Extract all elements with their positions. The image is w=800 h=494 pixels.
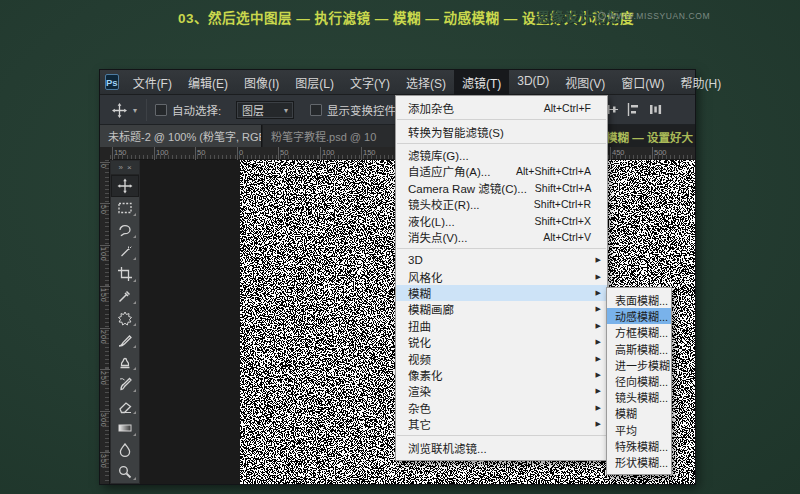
ruler-tick	[100, 452, 110, 453]
filter-menu-item-stylize[interactable]: 风格化▶	[396, 269, 607, 285]
ruler-tick	[100, 286, 110, 287]
ruler-number: 50	[280, 148, 288, 157]
blur-submenu-item-smart-blur[interactable]: 特殊模糊...	[607, 438, 671, 454]
ruler-tick	[154, 147, 155, 160]
filter-menu-item-add-noise[interactable]: 添加杂色Alt+Ctrl+F	[396, 100, 607, 116]
filter-menu-item-other[interactable]: 其它▶	[396, 416, 607, 432]
filter-menu-item-vanishing-point[interactable]: 消失点(V)...Alt+Ctrl+V	[396, 229, 607, 245]
menu-item-label: 高斯模糊...	[615, 341, 668, 357]
filter-menu-item-video[interactable]: 视频▶	[396, 350, 607, 366]
blur-submenu-item-shape-blur[interactable]: 形状模糊...	[607, 454, 671, 470]
filter-menu-item-blur[interactable]: 模糊▶	[396, 285, 607, 301]
blur-tool[interactable]	[111, 439, 139, 461]
ruler-number: 0	[100, 164, 107, 169]
vertical-ruler[interactable]: 050100150200250300350	[100, 160, 110, 484]
blur-submenu-item-blur-more[interactable]: 进一步模糊	[607, 357, 671, 373]
watermark-url: WWW.MISSYUAN.COM	[598, 11, 710, 21]
filter-menu-item-camera-raw-filter[interactable]: Camera Raw 滤镜(C)...Shift+Ctrl+A	[396, 180, 607, 196]
filter-menu-item-filter-gallery[interactable]: 滤镜库(G)...	[396, 147, 607, 163]
menu-item-label: 添加杂色	[408, 100, 536, 116]
show-transform-label: 显示变换控件	[327, 102, 396, 118]
filter-menu-item-noise[interactable]: 杂色▶	[396, 400, 607, 416]
move-tool[interactable]	[111, 175, 139, 197]
ruler-tick	[100, 162, 110, 163]
menubar-item-image[interactable]: 图像(I)	[236, 70, 287, 95]
healing-brush-tool[interactable]	[111, 307, 139, 329]
menu-item-label: 模糊画廊	[408, 301, 593, 317]
rectangular-marquee-tool-icon	[117, 200, 133, 216]
menubar-item-layer[interactable]: 图层(L)	[287, 70, 342, 95]
menubar-item-edit[interactable]: 编辑(E)	[180, 70, 236, 95]
filter-menu-item-distort[interactable]: 扭曲▶	[396, 318, 607, 334]
quick-selection-tool[interactable]	[111, 241, 139, 263]
menu-item-label: 表面模糊...	[615, 292, 668, 308]
brush-tool[interactable]	[111, 329, 139, 351]
filter-menu-item-pixelate[interactable]: 像素化▶	[396, 367, 607, 383]
ruler-tick	[100, 203, 110, 204]
menu-item-label: 模糊	[408, 285, 593, 301]
checkbox-icon	[310, 104, 322, 116]
tab-untitled-2[interactable]: 未标题-2 @ 100% (粉笔字, RGB/8... ×	[100, 125, 262, 147]
ruler-tick	[237, 147, 238, 160]
filter-menu-item-render[interactable]: 渲染▶	[396, 383, 607, 399]
dodge-tool[interactable]	[111, 461, 139, 483]
menu-separator	[397, 119, 606, 120]
menubar-item-window[interactable]: 窗口(W)	[613, 70, 672, 95]
submenu-arrow-icon: ▶	[593, 371, 601, 379]
blur-submenu-item-average[interactable]: 平均	[607, 422, 671, 438]
blur-submenu-item-gaussian-blur[interactable]: 高斯模糊...	[607, 341, 671, 357]
close-panel-icon[interactable]: ×	[127, 163, 132, 172]
menubar-item-3d[interactable]: 3D(D)	[509, 70, 557, 95]
menu-item-label: 滤镜库(G)...	[408, 147, 601, 163]
menu-item-label: 像素化	[408, 367, 593, 383]
auto-select-checkbox[interactable]: 自动选择:	[155, 95, 221, 125]
filter-menu-item-sharpen[interactable]: 锐化▶	[396, 334, 607, 350]
ruler-corner	[100, 147, 110, 160]
menu-item-shortcut: Shift+Ctrl+A	[535, 182, 592, 194]
filter-menu-item-liquify[interactable]: 液化(L)...Shift+Ctrl+X	[396, 212, 607, 228]
tab-chalk-tutorial[interactable]: 粉笔字教程.psd @ 10	[263, 125, 403, 147]
gradient-tool-icon	[117, 420, 133, 436]
filter-menu-item-adaptive-wide-angle[interactable]: 自适应广角(A)...Alt+Shift+Ctrl+A	[396, 163, 607, 179]
menu-item-label: 镜头模糊...	[615, 389, 668, 405]
filter-menu-item-lens-correction[interactable]: 镜头校正(R)...Shift+Ctrl+R	[396, 196, 607, 212]
blur-submenu-item-box-blur[interactable]: 方框模糊...	[607, 324, 671, 340]
lasso-tool[interactable]	[111, 219, 139, 241]
menubar-item-select[interactable]: 选择(S)	[398, 70, 454, 95]
blur-submenu-item-motion-blur[interactable]: 动感模糊...	[607, 308, 671, 324]
healing-brush-tool-icon	[117, 310, 133, 326]
history-brush-tool-icon	[117, 376, 133, 392]
eraser-tool[interactable]	[111, 395, 139, 417]
menubar-item-view[interactable]: 视图(V)	[557, 70, 613, 95]
show-transform-controls-checkbox[interactable]: 显示变换控件	[310, 95, 396, 125]
filter-menu-item-convert-smart-filters[interactable]: 转换为智能滤镜(S)	[396, 123, 607, 139]
auto-select-target-dropdown[interactable]: 图层 ▾	[236, 95, 294, 125]
menubar-item-help[interactable]: 帮助(H)	[673, 70, 730, 95]
menubar-item-file[interactable]: 文件(F)	[125, 70, 180, 95]
blur-submenu-item-radial-blur[interactable]: 径向模糊...	[607, 373, 671, 389]
tool-preset-picker[interactable]: ▾	[112, 95, 137, 125]
gradient-tool[interactable]	[111, 417, 139, 439]
menubar-item-filter[interactable]: 滤镜(T)	[454, 70, 509, 95]
history-brush-tool[interactable]	[111, 373, 139, 395]
blur-submenu-item-blur[interactable]: 模糊	[607, 405, 671, 421]
submenu-arrow-icon: ▶	[593, 404, 601, 412]
ruler-number: 100	[322, 148, 335, 157]
options-separator	[146, 99, 147, 121]
filter-menu-item-3d[interactable]: 3D▶	[396, 252, 607, 268]
blur-submenu-item-surface-blur[interactable]: 表面模糊...	[607, 292, 671, 308]
filter-menu-item-browse-filters-online[interactable]: 浏览联机滤镜...	[396, 439, 607, 455]
rectangular-marquee-tool[interactable]	[111, 197, 139, 219]
pasteboard	[140, 160, 240, 484]
crop-tool[interactable]	[111, 263, 139, 285]
collapse-panel-icon[interactable]: »	[118, 163, 122, 172]
menu-item-label: 其它	[408, 416, 593, 432]
menubar-item-type[interactable]: 文字(Y)	[342, 70, 398, 95]
align-left-edges-icon[interactable]	[627, 103, 640, 116]
clone-stamp-tool[interactable]	[111, 351, 139, 373]
filter-menu-item-blur-gallery[interactable]: 模糊画廊▶	[396, 301, 607, 317]
photoshop-logo: Ps	[105, 74, 119, 90]
distribute-horizontal-icon[interactable]	[649, 103, 662, 116]
blur-submenu-item-lens-blur[interactable]: 镜头模糊...	[607, 389, 671, 405]
eyedropper-tool[interactable]	[111, 285, 139, 307]
